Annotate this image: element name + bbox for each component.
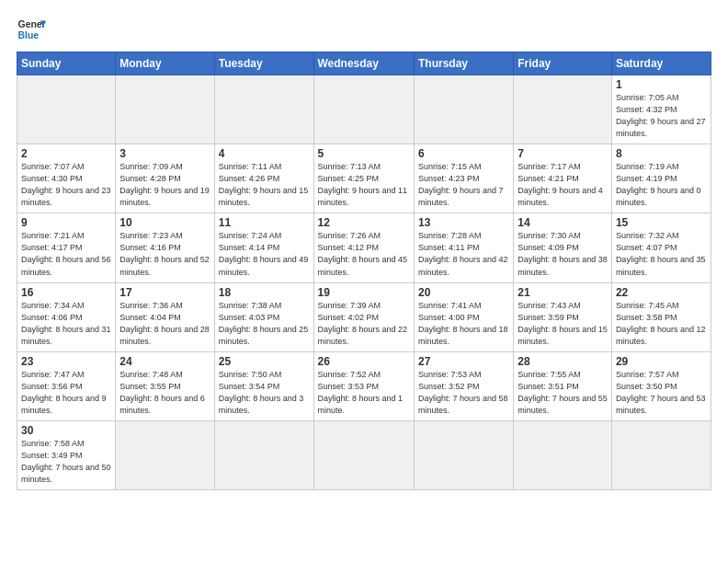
- calendar-cell: [414, 75, 513, 144]
- calendar-cell: 16Sunrise: 7:34 AMSunset: 4:06 PMDayligh…: [17, 282, 116, 351]
- day-info: Sunrise: 7:38 AMSunset: 4:03 PMDaylight:…: [219, 300, 310, 348]
- calendar-week-4: 23Sunrise: 7:47 AMSunset: 3:56 PMDayligh…: [17, 351, 711, 420]
- calendar-cell: 30Sunrise: 7:58 AMSunset: 3:49 PMDayligh…: [17, 420, 116, 489]
- day-info: Sunrise: 7:52 AMSunset: 3:53 PMDaylight:…: [318, 369, 410, 417]
- day-number: 9: [21, 216, 111, 229]
- calendar-week-5: 30Sunrise: 7:58 AMSunset: 3:49 PMDayligh…: [17, 420, 711, 489]
- weekday-tuesday: Tuesday: [214, 52, 313, 75]
- calendar-cell: 15Sunrise: 7:32 AMSunset: 4:07 PMDayligh…: [611, 213, 711, 282]
- day-number: 2: [21, 147, 111, 160]
- weekday-thursday: Thursday: [414, 52, 513, 75]
- page-header: General Blue: [17, 15, 711, 44]
- day-number: 14: [518, 216, 608, 229]
- day-info: Sunrise: 7:15 AMSunset: 4:23 PMDaylight:…: [418, 161, 509, 209]
- day-number: 25: [219, 355, 310, 368]
- calendar-cell: 1Sunrise: 7:05 AMSunset: 4:32 PMDaylight…: [611, 75, 711, 144]
- weekday-saturday: Saturday: [611, 52, 711, 75]
- logo: General Blue: [17, 15, 46, 44]
- calendar-cell: [214, 75, 313, 144]
- day-number: 1: [616, 78, 707, 91]
- day-info: Sunrise: 7:58 AMSunset: 3:49 PMDaylight:…: [21, 438, 111, 486]
- day-number: 27: [418, 355, 509, 368]
- calendar-cell: 20Sunrise: 7:41 AMSunset: 4:00 PMDayligh…: [414, 282, 513, 351]
- calendar-cell: 18Sunrise: 7:38 AMSunset: 4:03 PMDayligh…: [214, 282, 313, 351]
- day-info: Sunrise: 7:43 AMSunset: 3:59 PMDaylight:…: [518, 300, 608, 348]
- day-info: Sunrise: 7:45 AMSunset: 3:58 PMDaylight:…: [616, 300, 707, 348]
- calendar-cell: 26Sunrise: 7:52 AMSunset: 3:53 PMDayligh…: [313, 351, 414, 420]
- weekday-friday: Friday: [514, 52, 612, 75]
- calendar-cell: [17, 75, 116, 144]
- day-info: Sunrise: 7:41 AMSunset: 4:00 PMDaylight:…: [418, 300, 509, 348]
- calendar-cell: 6Sunrise: 7:15 AMSunset: 4:23 PMDaylight…: [414, 144, 513, 213]
- day-number: 22: [616, 286, 707, 299]
- day-info: Sunrise: 7:47 AMSunset: 3:56 PMDaylight:…: [21, 369, 111, 417]
- day-number: 29: [616, 355, 707, 368]
- day-info: Sunrise: 7:13 AMSunset: 4:25 PMDaylight:…: [318, 161, 410, 209]
- calendar-cell: 28Sunrise: 7:55 AMSunset: 3:51 PMDayligh…: [514, 351, 612, 420]
- calendar-week-0: 1Sunrise: 7:05 AMSunset: 4:32 PMDaylight…: [17, 75, 711, 144]
- day-info: Sunrise: 7:53 AMSunset: 3:52 PMDaylight:…: [418, 369, 509, 417]
- weekday-monday: Monday: [116, 52, 214, 75]
- day-number: 23: [21, 355, 111, 368]
- day-number: 28: [518, 355, 608, 368]
- day-info: Sunrise: 7:09 AMSunset: 4:28 PMDaylight:…: [119, 161, 210, 209]
- weekday-header-row: SundayMondayTuesdayWednesdayThursdayFrid…: [17, 52, 711, 75]
- day-number: 30: [21, 424, 111, 437]
- calendar-cell: [514, 75, 612, 144]
- day-number: 3: [119, 147, 210, 160]
- day-info: Sunrise: 7:50 AMSunset: 3:54 PMDaylight:…: [219, 369, 310, 417]
- calendar-cell: 13Sunrise: 7:28 AMSunset: 4:11 PMDayligh…: [414, 213, 513, 282]
- calendar-cell: 10Sunrise: 7:23 AMSunset: 4:16 PMDayligh…: [116, 213, 214, 282]
- calendar-cell: [313, 420, 414, 489]
- day-number: 20: [418, 286, 509, 299]
- day-info: Sunrise: 7:26 AMSunset: 4:12 PMDaylight:…: [318, 230, 410, 278]
- svg-text:Blue: Blue: [18, 30, 40, 40]
- day-info: Sunrise: 7:05 AMSunset: 4:32 PMDaylight:…: [616, 92, 707, 140]
- calendar-cell: 3Sunrise: 7:09 AMSunset: 4:28 PMDaylight…: [116, 144, 214, 213]
- day-number: 19: [318, 286, 410, 299]
- day-number: 18: [219, 286, 310, 299]
- calendar-cell: 12Sunrise: 7:26 AMSunset: 4:12 PMDayligh…: [313, 213, 414, 282]
- calendar-cell: [514, 420, 612, 489]
- day-number: 6: [418, 147, 509, 160]
- calendar-cell: 2Sunrise: 7:07 AMSunset: 4:30 PMDaylight…: [17, 144, 116, 213]
- day-number: 12: [318, 216, 410, 229]
- day-number: 13: [418, 216, 509, 229]
- calendar-cell: 11Sunrise: 7:24 AMSunset: 4:14 PMDayligh…: [214, 213, 313, 282]
- calendar-cell: 24Sunrise: 7:48 AMSunset: 3:55 PMDayligh…: [116, 351, 214, 420]
- calendar-cell: 7Sunrise: 7:17 AMSunset: 4:21 PMDaylight…: [514, 144, 612, 213]
- calendar-cell: 17Sunrise: 7:36 AMSunset: 4:04 PMDayligh…: [116, 282, 214, 351]
- day-number: 26: [318, 355, 410, 368]
- calendar-cell: 19Sunrise: 7:39 AMSunset: 4:02 PMDayligh…: [313, 282, 414, 351]
- day-info: Sunrise: 7:55 AMSunset: 3:51 PMDaylight:…: [518, 369, 608, 417]
- calendar-table: SundayMondayTuesdayWednesdayThursdayFrid…: [17, 52, 711, 490]
- day-info: Sunrise: 7:24 AMSunset: 4:14 PMDaylight:…: [219, 230, 310, 278]
- day-info: Sunrise: 7:57 AMSunset: 3:50 PMDaylight:…: [616, 369, 707, 417]
- calendar-cell: 23Sunrise: 7:47 AMSunset: 3:56 PMDayligh…: [17, 351, 116, 420]
- day-info: Sunrise: 7:21 AMSunset: 4:17 PMDaylight:…: [21, 230, 111, 278]
- day-info: Sunrise: 7:28 AMSunset: 4:11 PMDaylight:…: [418, 230, 509, 278]
- calendar-cell: 8Sunrise: 7:19 AMSunset: 4:19 PMDaylight…: [611, 144, 711, 213]
- logo-icon: General Blue: [17, 15, 46, 44]
- calendar-cell: [214, 420, 313, 489]
- calendar-cell: 4Sunrise: 7:11 AMSunset: 4:26 PMDaylight…: [214, 144, 313, 213]
- day-info: Sunrise: 7:07 AMSunset: 4:30 PMDaylight:…: [21, 161, 111, 209]
- day-number: 15: [616, 216, 707, 229]
- calendar-cell: [611, 420, 711, 489]
- calendar-cell: 14Sunrise: 7:30 AMSunset: 4:09 PMDayligh…: [514, 213, 612, 282]
- day-info: Sunrise: 7:32 AMSunset: 4:07 PMDaylight:…: [616, 230, 707, 278]
- day-number: 10: [119, 216, 210, 229]
- day-number: 24: [119, 355, 210, 368]
- calendar-cell: [116, 75, 214, 144]
- day-number: 21: [518, 286, 608, 299]
- day-info: Sunrise: 7:48 AMSunset: 3:55 PMDaylight:…: [119, 369, 210, 417]
- calendar-cell: 29Sunrise: 7:57 AMSunset: 3:50 PMDayligh…: [611, 351, 711, 420]
- calendar-cell: 21Sunrise: 7:43 AMSunset: 3:59 PMDayligh…: [514, 282, 612, 351]
- day-info: Sunrise: 7:39 AMSunset: 4:02 PMDaylight:…: [318, 300, 410, 348]
- day-info: Sunrise: 7:17 AMSunset: 4:21 PMDaylight:…: [518, 161, 608, 209]
- weekday-wednesday: Wednesday: [313, 52, 414, 75]
- calendar-cell: 25Sunrise: 7:50 AMSunset: 3:54 PMDayligh…: [214, 351, 313, 420]
- weekday-sunday: Sunday: [17, 52, 116, 75]
- day-info: Sunrise: 7:36 AMSunset: 4:04 PMDaylight:…: [119, 300, 210, 348]
- day-number: 16: [21, 286, 111, 299]
